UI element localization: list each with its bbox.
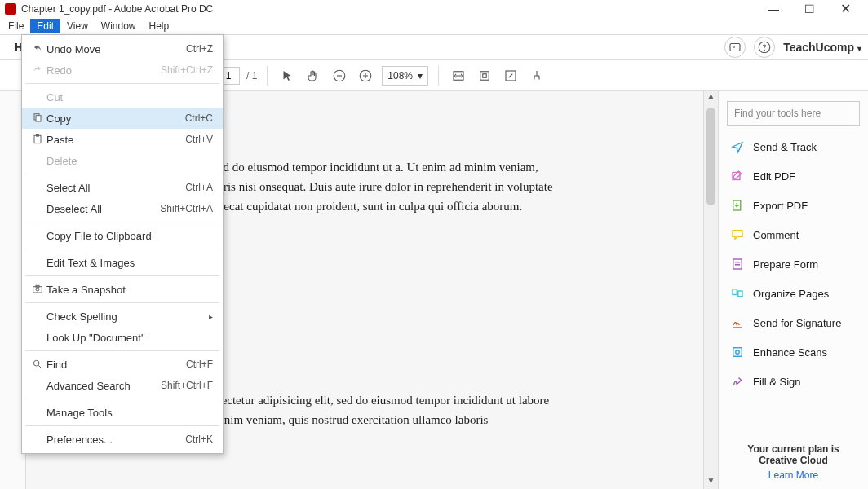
svg-rect-7	[483, 73, 487, 77]
edit-menu-dropdown: Undo MoveCtrl+ZRedoShift+Ctrl+ZCutCopyCt…	[21, 34, 224, 454]
zoom-in-icon[interactable]	[356, 66, 375, 86]
pointer-icon[interactable]	[277, 66, 297, 86]
menubar: FileEditViewWindowHelp	[0, 18, 868, 34]
edit-menu-paste[interactable]: PasteCtrl+V	[22, 129, 223, 150]
help-icon[interactable]	[754, 37, 775, 58]
edit-menu-take-a-snapshot[interactable]: Take a Snapshot	[22, 279, 223, 300]
plan-note: Your current plan is Creative Cloud Lear…	[719, 435, 868, 489]
menu-shortcut: Ctrl+Z	[186, 43, 213, 55]
tool-label: Send & Track	[753, 141, 817, 153]
edit-menu-redo: RedoShift+Ctrl+Z	[22, 59, 223, 81]
blank-icon	[29, 201, 46, 216]
blank-icon	[29, 180, 46, 195]
undo-icon	[29, 42, 46, 56]
edit-menu-deselect-all[interactable]: Deselect AllShift+Ctrl+A	[22, 198, 223, 219]
tool-enhance-scans[interactable]: Enhance Scans	[719, 337, 868, 367]
edit-menu-cut: Cut	[22, 86, 223, 108]
edit-menu-select-all[interactable]: Select AllCtrl+A	[22, 177, 223, 198]
menu-item-label: Preferences...	[46, 434, 185, 446]
zoom-out-icon[interactable]	[330, 66, 349, 86]
edit-menu-check-spelling[interactable]: Check Spelling▸	[22, 306, 223, 327]
svg-point-15	[736, 350, 740, 355]
tool-fill-sign[interactable]: Fill & Sign	[719, 367, 868, 396]
menu-item-label: Delete	[46, 155, 213, 167]
plan-text: Your current plan is Creative Cloud	[747, 443, 839, 466]
hand-icon[interactable]	[303, 66, 323, 86]
search-tools-input[interactable]: Find your tools here	[727, 101, 860, 126]
menu-item-label: Find	[46, 359, 186, 371]
edit-menu-advanced-search[interactable]: Advanced SearchShift+Ctrl+F	[22, 375, 223, 396]
prepare-form-icon	[730, 257, 745, 271]
menu-item-label: Copy	[46, 112, 185, 125]
edit-menu-edit-text-images[interactable]: Edit Text & Images	[22, 252, 223, 273]
fit-page-icon[interactable]	[475, 66, 494, 86]
edit-menu-find[interactable]: FindCtrl+F	[22, 354, 223, 375]
menu-edit[interactable]: Edit	[30, 19, 60, 33]
svg-point-21	[36, 288, 39, 291]
tool-send-signature[interactable]: Send for Signature	[719, 308, 868, 337]
menu-item-label: Edit Text & Images	[46, 257, 213, 269]
titlebar: Chapter 1_copy.pdf - Adobe Acrobat Pro D…	[0, 0, 868, 18]
menu-item-label: Cut	[46, 91, 213, 104]
close-button[interactable]: ✕	[827, 0, 863, 18]
blank-icon	[29, 90, 46, 104]
scroll-up-icon[interactable]: ▲	[704, 91, 718, 104]
edit-pdf-icon	[730, 169, 745, 183]
tool-send-track[interactable]: Send & Track	[719, 132, 868, 161]
menu-view[interactable]: View	[60, 19, 95, 33]
menu-shortcut: Ctrl+K	[185, 434, 213, 445]
read-aloud-icon[interactable]	[527, 66, 547, 86]
tool-comment[interactable]: Comment	[719, 220, 868, 249]
edit-menu-undo-move[interactable]: Undo MoveCtrl+Z	[22, 38, 223, 59]
edit-menu-copy-file-to-clipboard[interactable]: Copy File to Clipboard	[22, 225, 223, 246]
fullscreen-icon[interactable]	[501, 66, 520, 86]
tool-label: Export PDF	[753, 200, 808, 212]
caret-down-icon: ▾	[857, 44, 861, 53]
tool-label: Enhance Scans	[753, 346, 827, 359]
fit-width-icon[interactable]	[449, 66, 468, 86]
svg-rect-17	[36, 116, 41, 121]
account-name: TeachUcomp	[783, 41, 854, 54]
blank-icon	[29, 309, 46, 324]
menu-item-label: Check Spelling	[46, 311, 209, 323]
menu-shortcut: Shift+Ctrl+F	[161, 380, 213, 391]
send-signature-icon	[730, 315, 745, 330]
menu-help[interactable]: Help	[143, 19, 176, 33]
tool-export-pdf[interactable]: Export PDF	[719, 191, 868, 220]
tool-label: Fill & Sign	[753, 376, 801, 388]
edit-menu-preferences-[interactable]: Preferences...Ctrl+K	[22, 429, 223, 450]
minimize-button[interactable]: —	[755, 0, 791, 18]
edit-menu-manage-tools[interactable]: Manage Tools	[22, 402, 223, 423]
send-track-icon	[730, 139, 745, 154]
menu-shortcut: Ctrl+F	[186, 359, 213, 370]
svg-point-23	[33, 360, 39, 366]
blank-icon	[29, 378, 46, 393]
tool-prepare-form[interactable]: Prepare Form	[719, 249, 868, 279]
tool-edit-pdf[interactable]: Edit PDF	[719, 161, 868, 191]
menu-item-label: Deselect All	[46, 203, 160, 215]
account-label[interactable]: TeachUcomp▾	[783, 41, 861, 54]
menu-file[interactable]: File	[2, 19, 30, 33]
maximize-button[interactable]: ☐	[791, 0, 827, 18]
menu-item-label: Redo	[46, 64, 161, 77]
learn-more-link[interactable]: Learn More	[727, 469, 860, 481]
edit-menu-look-up-document-[interactable]: Look Up "Document"	[22, 327, 223, 348]
blank-icon	[29, 228, 46, 243]
zoom-select[interactable]: 108% ▾	[382, 66, 428, 86]
notifications-icon[interactable]	[724, 37, 746, 58]
find-icon	[29, 357, 46, 372]
window-title: Chapter 1_copy.pdf - Adobe Acrobat Pro D…	[21, 3, 755, 15]
blank-icon	[29, 432, 46, 447]
organize-pages-icon	[730, 286, 745, 301]
scroll-down-icon[interactable]: ▼	[704, 476, 718, 489]
zoom-value: 108%	[388, 70, 413, 82]
menu-window[interactable]: Window	[95, 19, 143, 33]
scrollbar[interactable]: ▲ ▼	[703, 91, 718, 489]
menu-shortcut: Ctrl+C	[185, 112, 213, 124]
paste-icon	[29, 132, 46, 147]
scroll-thumb[interactable]	[706, 108, 715, 205]
caret-down-icon: ▾	[418, 70, 423, 82]
tool-organize-pages[interactable]: Organize Pages	[719, 279, 868, 308]
menu-shortcut: Ctrl+A	[185, 182, 213, 193]
edit-menu-copy[interactable]: CopyCtrl+C	[22, 108, 223, 129]
